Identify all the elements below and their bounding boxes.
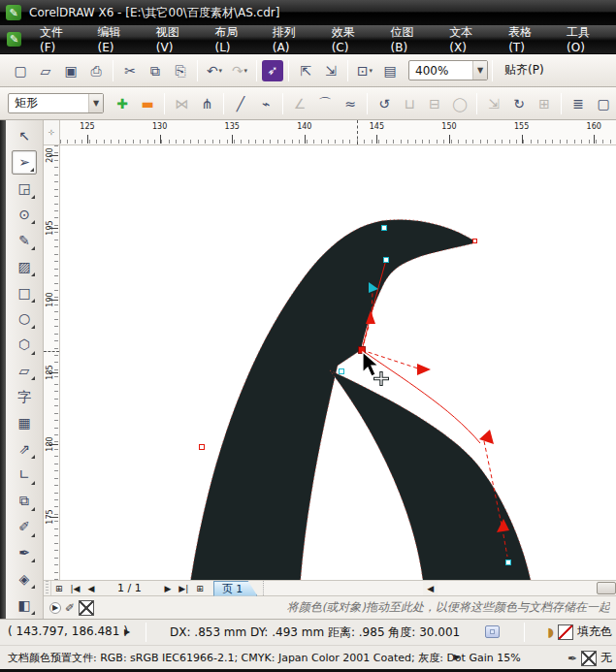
dimension-tool[interactable]: ⇗: [12, 436, 37, 461]
next-page-button[interactable]: ▶: [160, 584, 175, 593]
zoom-level-combobox[interactable]: 400% ▼: [408, 60, 488, 80]
ruler-label: 140: [297, 122, 311, 131]
palette-flyout-icon[interactable]: ▶: [49, 602, 61, 614]
previous-page-button[interactable]: ◀: [84, 584, 99, 593]
color-proof-icon[interactable]: [485, 625, 500, 638]
fill-color-swatch[interactable]: [558, 624, 573, 640]
horizontal-ruler[interactable]: 125130135140145150155160: [60, 120, 616, 145]
drawing-canvas[interactable]: [60, 145, 616, 580]
search-content-icon[interactable]: ➶: [262, 60, 283, 81]
save-icon[interactable]: ▣: [59, 59, 82, 82]
menu-text[interactable]: 文本(X): [438, 25, 498, 53]
break-node-icon[interactable]: ⋔: [195, 92, 218, 115]
connector-tool[interactable]: ∟: [12, 463, 37, 487]
menu-edit[interactable]: 编辑(E): [87, 25, 146, 53]
dropdown-caret-icon[interactable]: ▾: [370, 67, 373, 75]
snap-to-button[interactable]: 贴齐(P): [497, 59, 552, 82]
page-tab-1[interactable]: 页 1: [213, 581, 258, 596]
first-page-button[interactable]: |◀: [67, 584, 84, 593]
outline-pen-tool[interactable]: ✒: [12, 541, 37, 565]
menu-view[interactable]: 视图(V): [146, 25, 205, 53]
artwork-svg: [60, 145, 616, 580]
standard-toolbar: ▢▱▣⎙✂⧉⎘↶▾↷▾➶⇱⇲⊡▾▤ 400% ▼ 贴齐(P): [0, 54, 616, 87]
freehand-tool[interactable]: ✎: [12, 228, 37, 252]
new-document-icon[interactable]: ▢: [9, 59, 32, 82]
document-palette: ▶ ✐ 将颜色(或对象)拖动至此处，以便将这些颜色与文档存储在一起: [44, 596, 616, 619]
fill-tool[interactable]: ◈: [12, 566, 37, 591]
menu-file[interactable]: 文件(F): [29, 25, 87, 53]
preset-combobox[interactable]: 矩形 ▼: [8, 93, 104, 113]
menu-bitmaps[interactable]: 位图(B): [380, 25, 439, 53]
menu-arrange[interactable]: 排列(A): [262, 25, 321, 53]
menu-table[interactable]: 表格(T): [498, 25, 556, 53]
dropdown-caret-icon[interactable]: ▾: [244, 67, 248, 75]
ruler-origin-corner[interactable]: ⊹: [44, 120, 60, 145]
menu-layout[interactable]: 布局(L): [205, 25, 262, 53]
delete-node-icon[interactable]: ▬: [136, 92, 159, 115]
application-launcher-icon[interactable]: ⊡▾: [353, 59, 376, 82]
zoom-tool[interactable]: ⊙: [12, 203, 37, 227]
scroll-left-button[interactable]: ◀: [423, 584, 438, 593]
ellipse-tool[interactable]: ○: [12, 306, 37, 331]
cusp-node-icon: ∠: [288, 92, 311, 115]
welcome-screen-icon[interactable]: ▤: [378, 59, 402, 82]
interactive-fill-tool[interactable]: ◧: [12, 592, 37, 617]
reverse-direction-icon[interactable]: ↺: [373, 92, 396, 115]
horizontal-scrollbar-thumb[interactable]: [597, 582, 616, 594]
import-icon[interactable]: ⇱: [294, 59, 317, 82]
coreldraw-menu-logo-icon[interactable]: ✎: [7, 32, 21, 47]
fill-bucket-icon[interactable]: ◗: [547, 624, 554, 639]
chevron-down-icon[interactable]: ▼: [88, 94, 103, 112]
paste-icon[interactable]: ⎘: [169, 59, 192, 82]
outline-pen-icon[interactable]: ✒: [567, 652, 577, 665]
table-tool[interactable]: ▦: [12, 410, 37, 434]
node: [473, 240, 477, 243]
last-page-button[interactable]: ▶|: [175, 584, 192, 593]
add-node-icon[interactable]: ✚: [111, 92, 134, 115]
artwork-shape[interactable]: [189, 219, 533, 580]
coords-flyout-icon[interactable]: ▶: [124, 627, 130, 636]
add-page-end-button[interactable]: ⊞: [192, 584, 208, 593]
horizontal-scrollbar-track[interactable]: [263, 581, 423, 595]
horizontal-scrollbar-track[interactable]: [438, 581, 597, 595]
color-eyedropper-tool[interactable]: ✐: [12, 515, 37, 539]
no-color-swatch[interactable]: [79, 600, 94, 616]
ruler-major-tick: [376, 135, 377, 144]
smooth-node-icon[interactable]: ⌒: [313, 92, 337, 115]
blend-tool[interactable]: ⧉: [12, 489, 37, 513]
dropdown-caret-icon[interactable]: ▾: [219, 67, 223, 75]
zoom-level-value: 400%: [409, 64, 472, 78]
profile-flyout-icon[interactable]: ▶: [454, 653, 460, 661]
copy-icon[interactable]: ⧉: [144, 59, 167, 82]
add-page-start-button[interactable]: ⊞: [51, 584, 67, 593]
chevron-down-icon[interactable]: ▼: [472, 61, 487, 80]
separator: [164, 93, 165, 114]
node: [384, 258, 389, 263]
elastic-mode-icon[interactable]: ≣: [567, 92, 590, 115]
open-icon[interactable]: ▱: [34, 59, 57, 82]
vertical-ruler[interactable]: 200195190185180175: [44, 145, 60, 580]
pagebar-grip[interactable]: [44, 581, 51, 595]
rectangle-tool[interactable]: □: [12, 280, 37, 304]
undo-icon[interactable]: ↶▾: [203, 59, 226, 82]
menu-tools[interactable]: 工具(O): [556, 25, 616, 53]
basic-shapes-tool[interactable]: ▱: [12, 359, 37, 383]
outline-color-swatch[interactable]: [581, 651, 597, 666]
export-icon[interactable]: ⇲: [319, 59, 342, 82]
print-icon[interactable]: ⎙: [84, 59, 108, 82]
convert-to-curve-icon[interactable]: ⌁: [254, 92, 277, 115]
shape-tool[interactable]: ➢: [12, 150, 37, 175]
statusbar-row2: 文档颜色预置文件: RGB: sRGB IEC61966-2.1; CMYK: …: [0, 645, 616, 669]
rotate-skew-nodes-icon[interactable]: ↻: [507, 92, 531, 115]
eyedropper-icon[interactable]: ✐: [65, 601, 75, 615]
text-tool[interactable]: 字: [12, 384, 37, 408]
convert-to-line-icon[interactable]: ╱: [229, 92, 252, 115]
pick-tool[interactable]: ↖: [12, 124, 37, 148]
menu-effects[interactable]: 效果(C): [321, 25, 380, 53]
smart-fill-tool[interactable]: ▨: [12, 254, 37, 278]
polygon-tool[interactable]: ⬡: [12, 333, 37, 357]
symmetric-node-icon[interactable]: ≈: [339, 92, 362, 115]
cut-icon[interactable]: ✂: [118, 59, 142, 82]
crop-tool[interactable]: ◲: [12, 176, 37, 201]
select-all-nodes-icon[interactable]: ▢: [592, 92, 615, 115]
